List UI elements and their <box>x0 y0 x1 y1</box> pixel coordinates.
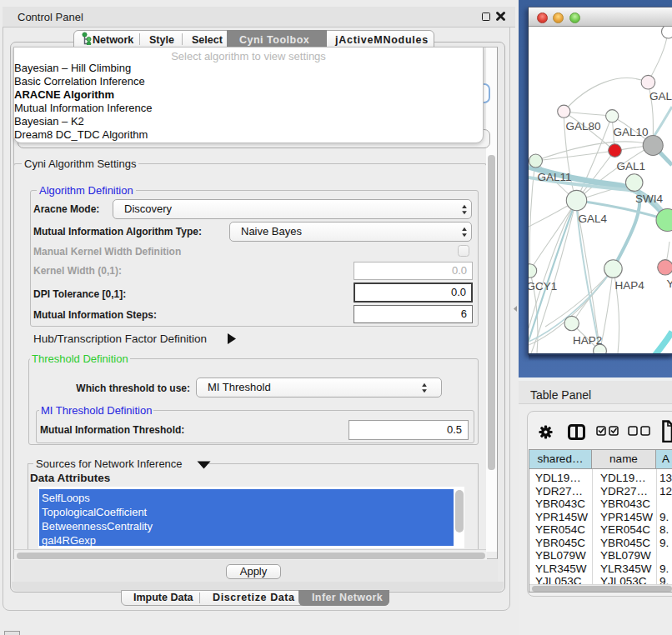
svg-text:SWI4: SWI4 <box>635 192 663 205</box>
svg-text:GAL: GAL <box>649 90 672 102</box>
svg-text:GAL1: GAL1 <box>617 160 646 172</box>
svg-text:Y: Y <box>667 278 672 290</box>
svg-text:GAL11: GAL11 <box>538 171 572 183</box>
svg-text:GCY1: GCY1 <box>529 280 557 292</box>
svg-text:GAL10: GAL10 <box>614 126 649 138</box>
svg-text:HAP4: HAP4 <box>615 279 645 292</box>
svg-text:GAL80: GAL80 <box>566 120 601 132</box>
svg-text:HAP2: HAP2 <box>573 334 602 347</box>
svg-text:GAL4: GAL4 <box>579 212 608 225</box>
